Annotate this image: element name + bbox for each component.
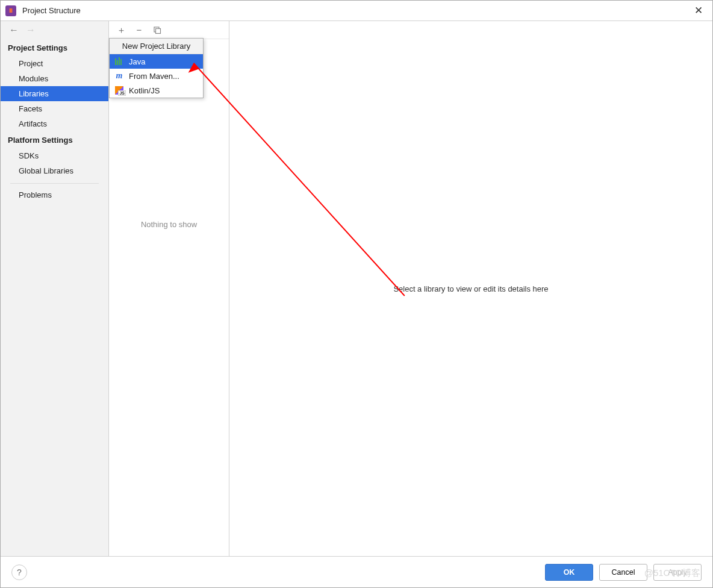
popup-item-label: Java (129, 57, 145, 66)
ok-button[interactable]: OK (545, 564, 593, 581)
libraries-list-panel: ＋ − Nothing to show New Project Library … (109, 21, 229, 556)
nav-arrows: ← → (1, 21, 108, 39)
library-detail-panel: Select a library to view or edit its det… (229, 21, 712, 556)
sidebar-item-problems[interactable]: Problems (1, 187, 108, 202)
copy-library-button[interactable] (152, 25, 162, 35)
sidebar-item-facets[interactable]: Facets (1, 101, 108, 116)
svg-rect-1 (156, 28, 161, 33)
maven-icon: m (114, 71, 124, 81)
svg-rect-3 (117, 60, 118, 65)
popup-item-kotlinjs[interactable]: JS Kotlin/JS (110, 83, 203, 98)
svg-rect-5 (120, 59, 122, 65)
sidebar-divider (10, 183, 99, 184)
svg-rect-4 (119, 57, 120, 65)
popup-item-java[interactable]: Java (110, 54, 203, 69)
add-library-button[interactable]: ＋ (116, 25, 126, 35)
project-structure-dialog: Project Structure ✕ ← → Project Settings… (0, 0, 713, 588)
sidebar-item-project[interactable]: Project (1, 56, 108, 71)
popup-item-label: Kotlin/JS (129, 86, 160, 95)
window-title: Project Structure (22, 6, 81, 15)
dialog-footer: ? OK Cancel Apply (1, 556, 712, 587)
popup-header: New Project Library (110, 39, 203, 54)
nav-back-icon[interactable]: ← (9, 25, 19, 35)
intellij-icon (5, 5, 16, 16)
popup-item-maven[interactable]: m From Maven... (110, 69, 203, 83)
empty-list-text: Nothing to show (109, 220, 229, 229)
detail-placeholder-text: Select a library to view or edit its det… (393, 284, 548, 293)
project-settings-header: Project Settings (1, 39, 108, 56)
new-library-popup: New Project Library Java m From Maven...… (109, 38, 204, 98)
titlebar: Project Structure ✕ (1, 1, 712, 21)
sidebar-item-modules[interactable]: Modules (1, 71, 108, 86)
libraries-toolbar: ＋ − (109, 21, 229, 39)
apply-button[interactable]: Apply (653, 564, 702, 581)
sidebar-item-global-libraries[interactable]: Global Libraries (1, 163, 108, 178)
help-button[interactable]: ? (11, 565, 27, 580)
sidebar-item-libraries[interactable]: Libraries (1, 86, 108, 101)
nav-forward-icon[interactable]: → (26, 25, 36, 35)
close-button[interactable]: ✕ (690, 2, 708, 20)
sidebar-item-artifacts[interactable]: Artifacts (1, 116, 108, 131)
popup-item-label: From Maven... (129, 72, 179, 81)
sidebar: ← → Project Settings Project Modules Lib… (1, 21, 109, 556)
svg-rect-2 (115, 58, 116, 65)
remove-library-button[interactable]: − (134, 25, 144, 35)
kotlin-js-icon: JS (114, 86, 124, 95)
platform-settings-header: Platform Settings (1, 131, 108, 148)
java-library-icon (114, 57, 124, 66)
cancel-button[interactable]: Cancel (599, 564, 647, 581)
sidebar-item-sdks[interactable]: SDKs (1, 148, 108, 163)
